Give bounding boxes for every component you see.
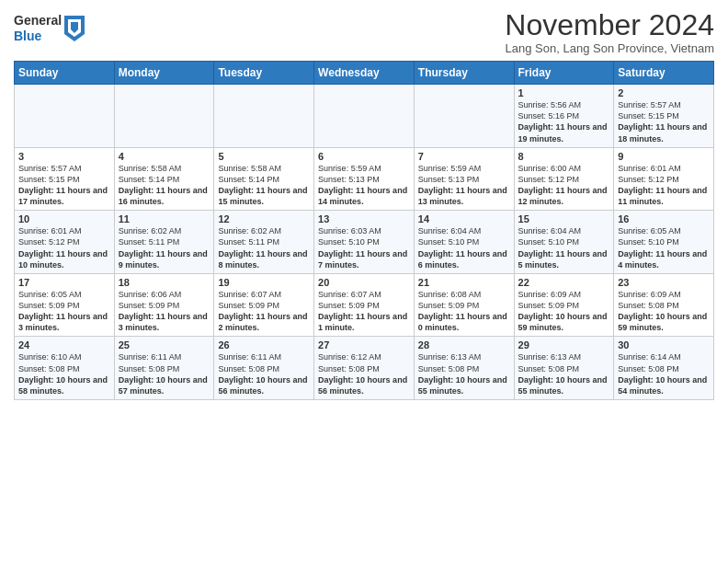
calendar-cell: 16Sunrise: 6:05 AMSunset: 5:10 PMDayligh… — [614, 211, 714, 274]
day-info: Sunrise: 6:11 AMSunset: 5:08 PMDaylight:… — [119, 351, 210, 396]
weekday-header-wednesday: Wednesday — [314, 62, 415, 85]
day-number: 15 — [518, 213, 610, 224]
day-number: 16 — [618, 213, 710, 224]
calendar-cell: 26Sunrise: 6:11 AMSunset: 5:08 PMDayligh… — [214, 337, 314, 400]
day-number: 11 — [119, 213, 210, 224]
weekday-header-tuesday: Tuesday — [214, 62, 314, 85]
day-info: Sunrise: 6:09 AMSunset: 5:09 PMDaylight:… — [518, 289, 610, 334]
day-number: 3 — [18, 151, 110, 162]
day-number: 18 — [119, 277, 210, 288]
day-info: Sunrise: 5:58 AMSunset: 5:14 PMDaylight:… — [119, 163, 210, 208]
day-number: 29 — [518, 339, 610, 350]
day-info: Sunrise: 6:02 AMSunset: 5:11 PMDaylight:… — [218, 225, 310, 270]
day-info: Sunrise: 5:56 AMSunset: 5:16 PMDaylight:… — [518, 99, 610, 144]
month-title: November 2024 — [505, 9, 714, 41]
calendar-cell: 3Sunrise: 5:57 AMSunset: 5:15 PMDaylight… — [15, 147, 115, 211]
calendar-cell — [314, 85, 415, 148]
calendar-cell: 14Sunrise: 6:04 AMSunset: 5:10 PMDayligh… — [414, 211, 514, 274]
day-number: 17 — [18, 277, 110, 288]
calendar-cell: 25Sunrise: 6:11 AMSunset: 5:08 PMDayligh… — [114, 337, 214, 400]
day-number: 27 — [318, 339, 410, 350]
day-info: Sunrise: 6:06 AMSunset: 5:09 PMDaylight:… — [119, 289, 210, 334]
day-info: Sunrise: 5:57 AMSunset: 5:15 PMDaylight:… — [618, 99, 710, 144]
day-info: Sunrise: 6:03 AMSunset: 5:10 PMDaylight:… — [318, 225, 410, 270]
weekday-header-row: SundayMondayTuesdayWednesdayThursdayFrid… — [15, 62, 714, 85]
day-info: Sunrise: 6:05 AMSunset: 5:09 PMDaylight:… — [18, 289, 110, 334]
day-number: 20 — [318, 277, 410, 288]
day-info: Sunrise: 6:01 AMSunset: 5:12 PMDaylight:… — [618, 163, 710, 208]
calendar-cell: 5Sunrise: 5:58 AMSunset: 5:14 PMDaylight… — [214, 147, 314, 211]
calendar-cell: 4Sunrise: 5:58 AMSunset: 5:14 PMDaylight… — [114, 147, 214, 211]
calendar-cell: 6Sunrise: 5:59 AMSunset: 5:13 PMDaylight… — [314, 147, 415, 211]
day-number: 28 — [418, 339, 510, 350]
calendar-cell: 17Sunrise: 6:05 AMSunset: 5:09 PMDayligh… — [15, 273, 115, 337]
day-info: Sunrise: 6:13 AMSunset: 5:08 PMDaylight:… — [418, 351, 510, 396]
day-info: Sunrise: 6:07 AMSunset: 5:09 PMDaylight:… — [318, 289, 410, 334]
day-number: 22 — [518, 277, 610, 288]
day-info: Sunrise: 6:12 AMSunset: 5:08 PMDaylight:… — [318, 351, 410, 396]
calendar-header: SundayMondayTuesdayWednesdayThursdayFrid… — [15, 62, 714, 85]
calendar-cell: 10Sunrise: 6:01 AMSunset: 5:12 PMDayligh… — [15, 211, 115, 274]
calendar-cell — [15, 85, 115, 148]
calendar-cell — [214, 85, 314, 148]
calendar-cell: 30Sunrise: 6:14 AMSunset: 5:08 PMDayligh… — [614, 337, 714, 400]
day-info: Sunrise: 6:09 AMSunset: 5:08 PMDaylight:… — [618, 289, 710, 334]
weekday-header-friday: Friday — [514, 62, 614, 85]
calendar-cell: 8Sunrise: 6:00 AMSunset: 5:12 PMDaylight… — [514, 147, 614, 211]
calendar-cell: 13Sunrise: 6:03 AMSunset: 5:10 PMDayligh… — [314, 211, 415, 274]
day-number: 6 — [318, 151, 410, 162]
calendar-cell: 12Sunrise: 6:02 AMSunset: 5:11 PMDayligh… — [214, 211, 314, 274]
title-block: November 2024 Lang Son, Lang Son Provinc… — [505, 9, 714, 55]
calendar-week-1: 3Sunrise: 5:57 AMSunset: 5:15 PMDaylight… — [15, 147, 714, 211]
location-subtitle: Lang Son, Lang Son Province, Vietnam — [505, 41, 714, 55]
calendar-cell: 23Sunrise: 6:09 AMSunset: 5:08 PMDayligh… — [614, 273, 714, 337]
logo-general: General — [14, 13, 62, 29]
calendar-cell: 11Sunrise: 6:02 AMSunset: 5:11 PMDayligh… — [114, 211, 214, 274]
weekday-header-monday: Monday — [114, 62, 214, 85]
day-number: 26 — [218, 339, 310, 350]
day-info: Sunrise: 6:02 AMSunset: 5:11 PMDaylight:… — [119, 225, 210, 270]
calendar-cell: 7Sunrise: 5:59 AMSunset: 5:13 PMDaylight… — [414, 147, 514, 211]
day-number: 1 — [518, 87, 610, 98]
day-number: 12 — [218, 213, 310, 224]
calendar-cell: 15Sunrise: 6:04 AMSunset: 5:10 PMDayligh… — [514, 211, 614, 274]
weekday-header-thursday: Thursday — [414, 62, 514, 85]
calendar-cell: 1Sunrise: 5:56 AMSunset: 5:16 PMDaylight… — [514, 85, 614, 148]
weekday-header-saturday: Saturday — [614, 62, 714, 85]
day-number: 19 — [218, 277, 310, 288]
day-info: Sunrise: 6:04 AMSunset: 5:10 PMDaylight:… — [518, 225, 610, 270]
day-info: Sunrise: 6:14 AMSunset: 5:08 PMDaylight:… — [618, 351, 710, 396]
day-info: Sunrise: 6:00 AMSunset: 5:12 PMDaylight:… — [518, 163, 610, 208]
day-number: 13 — [318, 213, 410, 224]
day-number: 14 — [418, 213, 510, 224]
day-info: Sunrise: 6:01 AMSunset: 5:12 PMDaylight:… — [18, 225, 110, 270]
day-info: Sunrise: 6:13 AMSunset: 5:08 PMDaylight:… — [518, 351, 610, 396]
calendar-cell: 9Sunrise: 6:01 AMSunset: 5:12 PMDaylight… — [614, 147, 714, 211]
calendar-cell: 24Sunrise: 6:10 AMSunset: 5:08 PMDayligh… — [15, 337, 115, 400]
logo: General Blue — [14, 13, 85, 44]
day-info: Sunrise: 5:57 AMSunset: 5:15 PMDaylight:… — [18, 163, 110, 208]
calendar-cell: 2Sunrise: 5:57 AMSunset: 5:15 PMDaylight… — [614, 85, 714, 148]
page-header: General Blue November 2024 Lang Son, Lan… — [14, 9, 714, 55]
day-number: 23 — [618, 277, 710, 288]
calendar-body: 1Sunrise: 5:56 AMSunset: 5:16 PMDaylight… — [15, 85, 714, 400]
day-number: 24 — [18, 339, 110, 350]
calendar-week-2: 10Sunrise: 6:01 AMSunset: 5:12 PMDayligh… — [15, 211, 714, 274]
calendar-cell: 28Sunrise: 6:13 AMSunset: 5:08 PMDayligh… — [414, 337, 514, 400]
calendar-cell: 27Sunrise: 6:12 AMSunset: 5:08 PMDayligh… — [314, 337, 415, 400]
calendar-cell: 19Sunrise: 6:07 AMSunset: 5:09 PMDayligh… — [214, 273, 314, 337]
calendar-cell: 29Sunrise: 6:13 AMSunset: 5:08 PMDayligh… — [514, 337, 614, 400]
day-number: 21 — [418, 277, 510, 288]
calendar-cell: 20Sunrise: 6:07 AMSunset: 5:09 PMDayligh… — [314, 273, 415, 337]
calendar-cell: 22Sunrise: 6:09 AMSunset: 5:09 PMDayligh… — [514, 273, 614, 337]
day-number: 8 — [518, 151, 610, 162]
calendar-cell: 21Sunrise: 6:08 AMSunset: 5:09 PMDayligh… — [414, 273, 514, 337]
calendar-week-4: 24Sunrise: 6:10 AMSunset: 5:08 PMDayligh… — [15, 337, 714, 400]
calendar-week-0: 1Sunrise: 5:56 AMSunset: 5:16 PMDaylight… — [15, 85, 714, 148]
day-number: 5 — [218, 151, 310, 162]
calendar-cell — [114, 85, 214, 148]
day-info: Sunrise: 5:59 AMSunset: 5:13 PMDaylight:… — [318, 163, 410, 208]
day-info: Sunrise: 6:05 AMSunset: 5:10 PMDaylight:… — [618, 225, 710, 270]
calendar-table: SundayMondayTuesdayWednesdayThursdayFrid… — [14, 61, 714, 400]
weekday-header-sunday: Sunday — [15, 62, 115, 85]
